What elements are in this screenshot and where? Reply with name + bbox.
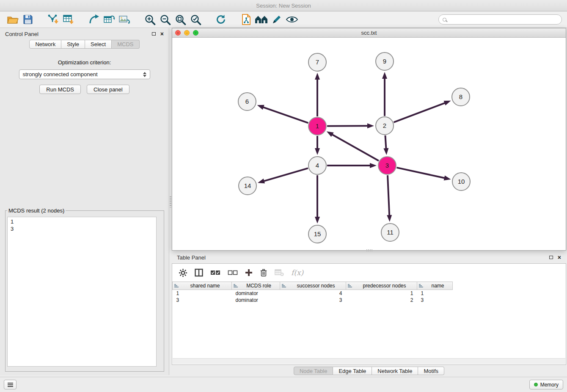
minimize-window-button[interactable]: − xyxy=(184,30,190,36)
copy-style-button[interactable] xyxy=(239,13,254,26)
graph-edge[interactable] xyxy=(327,126,368,126)
cell-successor-nodes[interactable]: 4 xyxy=(280,290,346,297)
graph-edge[interactable] xyxy=(396,168,445,178)
tab-style[interactable]: Style xyxy=(61,40,85,49)
cell-predecessor-nodes[interactable]: 2 xyxy=(346,297,417,304)
save-floppy-icon xyxy=(23,14,33,25)
column-header-successor-nodes[interactable]: successor nodes xyxy=(280,282,346,290)
close-table-panel-icon[interactable]: × xyxy=(558,254,561,260)
import-network-button[interactable] xyxy=(46,13,61,26)
table-row[interactable]: 3 dominator 3 2 3 xyxy=(173,297,566,304)
graph-edge-arrowhead xyxy=(258,179,265,184)
horizontal-scrollbar[interactable] xyxy=(173,358,565,364)
graph-edge[interactable] xyxy=(394,103,446,122)
network-window-titlebar[interactable]: × − + scc.txt xyxy=(172,28,566,38)
zoom-out-icon xyxy=(160,14,171,25)
import-table-icon xyxy=(63,14,74,25)
cell-name[interactable]: 3 xyxy=(417,297,453,304)
search-input[interactable] xyxy=(449,17,558,22)
network-graph[interactable]: 7968124314101511 xyxy=(172,38,566,250)
network-view-window: × − + scc.txt 7968124314101511 xyxy=(172,28,566,251)
cell-name[interactable]: 1 xyxy=(417,290,453,297)
graph-edge-arrowhead xyxy=(383,148,388,155)
close-window-button[interactable]: × xyxy=(175,30,181,36)
table-row[interactable]: 1 dominator 4 1 1 xyxy=(173,290,566,297)
tab-motifs[interactable]: Motifs xyxy=(418,367,444,375)
graph-edge-arrowhead xyxy=(382,72,387,79)
mcds-result-list[interactable]: 1 3 xyxy=(7,217,157,367)
cell-predecessor-nodes[interactable]: 1 xyxy=(346,290,417,297)
column-header-predecessor-nodes[interactable]: predecessor nodes xyxy=(346,282,417,290)
table-panel-header: Table Panel × xyxy=(172,252,566,262)
graph-edge-arrowhead xyxy=(257,105,264,110)
toolbar-search-box[interactable] xyxy=(438,14,562,25)
export-image-button[interactable] xyxy=(117,13,132,26)
zoom-selected-button[interactable] xyxy=(188,13,203,26)
graph-node-label: 15 xyxy=(314,230,321,237)
status-bar: Memory xyxy=(0,377,567,392)
table-panel-title: Table Panel xyxy=(177,254,206,261)
show-hide-details-button[interactable] xyxy=(284,13,300,26)
table-panel-content: f(x) shared name MCDS role successor nod… xyxy=(172,263,566,365)
close-panel-button[interactable]: Close panel xyxy=(87,85,129,94)
splitter-grip xyxy=(170,196,171,207)
show-columns-button[interactable] xyxy=(195,268,203,277)
tab-network[interactable]: Network xyxy=(29,40,61,49)
tab-select[interactable]: Select xyxy=(85,40,112,49)
mcds-result-title: MCDS result (2 nodes) xyxy=(7,207,66,214)
home-layout-button[interactable] xyxy=(254,13,269,26)
tab-network-table[interactable]: Network Table xyxy=(372,367,418,375)
apply-style-button[interactable] xyxy=(269,13,284,26)
zoom-selected-icon xyxy=(190,14,201,25)
cell-shared-name[interactable]: 3 xyxy=(173,297,232,304)
create-column-button[interactable] xyxy=(245,269,253,276)
graph-edge[interactable] xyxy=(385,135,386,149)
graph-edge[interactable] xyxy=(332,134,379,161)
table-header-row: shared name MCDS role successor nodes pr… xyxy=(173,282,566,290)
column-header-shared-name[interactable]: shared name xyxy=(173,282,232,290)
refresh-view-button[interactable] xyxy=(213,13,228,26)
window-resize-grip[interactable] xyxy=(366,249,372,251)
log-console-button[interactable] xyxy=(4,380,17,389)
delete-columns-button[interactable] xyxy=(260,268,267,277)
cell-shared-name[interactable]: 1 xyxy=(173,290,232,297)
unselect-all-rows-button[interactable] xyxy=(228,270,238,276)
tab-edge-table[interactable]: Edge Table xyxy=(333,367,372,375)
column-header-mcds-role[interactable]: MCDS role xyxy=(232,282,280,290)
save-session-button[interactable] xyxy=(20,13,36,26)
graph-edge[interactable] xyxy=(263,168,308,181)
graph-node-label: 6 xyxy=(245,98,249,105)
float-panel-icon[interactable] xyxy=(152,32,156,36)
maximize-window-button[interactable]: + xyxy=(193,30,198,36)
graph-edge[interactable] xyxy=(263,107,308,123)
column-header-name[interactable]: name xyxy=(417,282,453,290)
close-panel-icon[interactable]: × xyxy=(160,31,164,37)
run-mcds-button[interactable]: Run MCDS xyxy=(39,85,81,94)
import-table-button[interactable] xyxy=(61,13,76,26)
cell-mcds-role[interactable]: dominator xyxy=(232,297,280,304)
cell-successor-nodes[interactable]: 3 xyxy=(280,297,346,304)
cell-mcds-role[interactable]: dominator xyxy=(232,290,280,297)
zoom-out-button[interactable] xyxy=(157,13,173,26)
paintbrush-icon xyxy=(271,14,282,25)
memory-button[interactable]: Memory xyxy=(529,380,563,389)
mcds-result-item[interactable]: 3 xyxy=(11,225,153,232)
unchecked-boxes-icon xyxy=(228,270,238,276)
mcds-result-item[interactable]: 1 xyxy=(11,218,153,225)
graph-edge[interactable] xyxy=(388,175,389,216)
table-settings-button[interactable] xyxy=(179,268,187,277)
control-panel: Control Panel × Network Style Select MCD… xyxy=(0,28,169,375)
image-export-icon xyxy=(118,14,130,25)
new-network-table-button[interactable] xyxy=(102,13,117,26)
tab-node-table[interactable]: Node Table xyxy=(294,367,333,375)
select-all-rows-button[interactable] xyxy=(210,270,220,276)
open-session-button[interactable] xyxy=(5,13,20,26)
criterion-dropdown[interactable]: strongly connected component xyxy=(19,69,150,79)
tab-mcds[interactable]: MCDS xyxy=(112,40,139,49)
float-table-panel-icon[interactable] xyxy=(549,256,553,259)
zoom-fit-button[interactable] xyxy=(173,13,188,26)
graph-edge-arrowhead xyxy=(370,163,377,168)
zoom-in-button[interactable] xyxy=(142,13,157,26)
search-icon xyxy=(443,18,446,22)
clone-network-button[interactable] xyxy=(86,13,102,26)
